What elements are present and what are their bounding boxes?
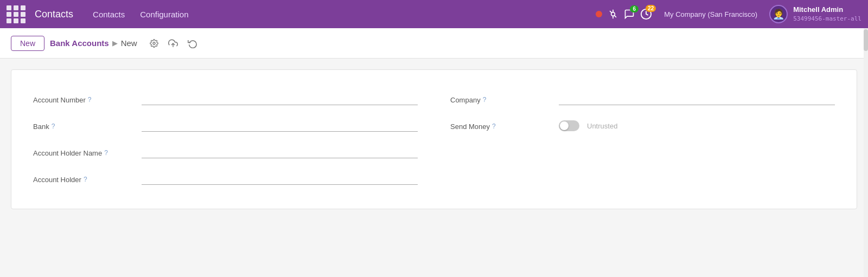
breadcrumb-new: New (121, 38, 137, 48)
svg-line-4 (615, 15, 617, 17)
send-money-field: Untrusted (559, 120, 835, 131)
avatar[interactable]: 🧑‍💼 (769, 5, 788, 23)
company-field (559, 94, 835, 105)
breadcrumb-separator: ▶ (112, 39, 118, 47)
account-number-field (142, 94, 418, 105)
send-money-toggle-wrap: Untrusted (559, 120, 835, 131)
upload-button[interactable] (165, 37, 181, 50)
breadcrumb: Bank Accounts ▶ New (50, 38, 137, 48)
account-number-row: Account Number ? (33, 86, 418, 113)
messages-badge: 6 (630, 5, 639, 12)
account-holder-input[interactable] (142, 173, 418, 185)
bug-icon-button[interactable] (608, 9, 618, 20)
form-card: Account Number ? Bank ? (11, 69, 857, 209)
svg-line-3 (610, 11, 612, 13)
actionbar: New Bank Accounts ▶ New (0, 28, 868, 59)
svg-point-0 (611, 12, 615, 16)
bank-label: Bank ? (33, 120, 142, 131)
bank-row: Bank ? (33, 113, 418, 139)
svg-point-6 (153, 42, 155, 44)
user-name: Mitchell Admin (793, 5, 861, 15)
account-holder-name-row: Account Holder Name ? (33, 139, 418, 166)
topbar: Contacts Contacts Configuration 6 (0, 0, 868, 28)
account-holder-label: Account Holder ? (33, 173, 142, 184)
app-name[interactable]: Contacts (35, 9, 73, 20)
account-holder-name-label: Account Holder Name ? (33, 147, 142, 157)
form-grid: Account Number ? Bank ? (33, 86, 835, 192)
activity-badge: 22 (646, 5, 656, 12)
company-row: Company ? (450, 86, 835, 113)
send-money-help[interactable]: ? (492, 123, 496, 130)
messages-button[interactable]: 6 (624, 9, 635, 20)
send-money-label: Send Money ? (450, 120, 559, 131)
send-money-toggle[interactable] (559, 120, 579, 131)
bank-field (142, 120, 418, 132)
account-holder-name-input[interactable] (142, 147, 418, 158)
bank-input[interactable] (142, 120, 418, 132)
bank-help[interactable]: ? (52, 123, 55, 130)
user-info: Mitchell Admin 53499456-master-all (793, 5, 861, 23)
toggle-knob (560, 121, 569, 130)
account-holder-name-field (142, 147, 418, 158)
account-holder-help[interactable]: ? (84, 176, 87, 183)
send-money-row: Send Money ? Untrusted (450, 113, 835, 139)
activity-button[interactable]: 22 (640, 8, 652, 20)
account-holder-row: Account Holder ? (33, 166, 418, 192)
scrollbar[interactable] (864, 28, 868, 220)
user-db: 53499456-master-all (793, 15, 861, 23)
main-content: Account Number ? Bank ? (0, 59, 868, 220)
breadcrumb-bank-accounts[interactable]: Bank Accounts (50, 38, 109, 48)
account-number-label: Account Number ? (33, 94, 142, 104)
topbar-icons: 6 22 My Company (San Francisco) 🧑‍💼 Mitc… (596, 5, 861, 23)
send-money-status: Untrusted (587, 122, 617, 130)
discard-button[interactable] (185, 37, 200, 50)
company-label: Company ? (450, 94, 559, 104)
account-number-help[interactable]: ? (88, 96, 92, 104)
form-left-column: Account Number ? Bank ? (33, 86, 418, 192)
settings-button[interactable] (147, 37, 161, 49)
red-dot-icon (596, 11, 602, 17)
company-name[interactable]: My Company (San Francisco) (664, 10, 757, 18)
new-button[interactable]: New (11, 36, 44, 51)
account-number-input[interactable] (142, 94, 418, 105)
account-holder-field (142, 173, 418, 185)
company-help[interactable]: ? (483, 96, 487, 104)
account-holder-name-help[interactable]: ? (104, 149, 108, 157)
toolbar-tools (147, 37, 200, 50)
company-input[interactable] (559, 94, 835, 105)
scroll-thumb (864, 29, 868, 51)
nav-contacts[interactable]: Contacts (87, 10, 130, 19)
avatar-emoji: 🧑‍💼 (773, 8, 784, 20)
nav-configuration[interactable]: Configuration (135, 10, 194, 19)
status-indicator (596, 11, 602, 17)
form-right-column: Company ? Send Money ? (450, 86, 835, 192)
apps-grid-icon[interactable] (7, 5, 26, 23)
